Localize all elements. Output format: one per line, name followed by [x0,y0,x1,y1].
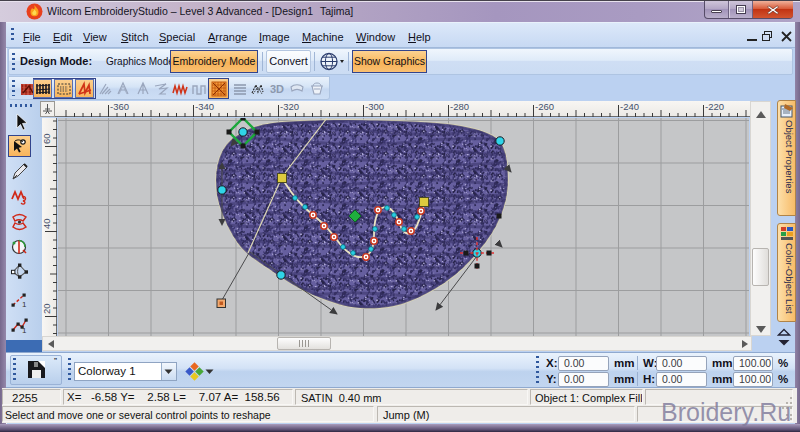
svg-text:-320: -320 [280,101,299,112]
svg-text:-240: -240 [620,101,639,112]
svg-text:-340: -340 [195,101,214,112]
svg-text:40: 40 [42,218,52,229]
svg-text:1: 1 [22,326,27,335]
svg-text:20: 20 [42,303,52,314]
svg-text:-360: -360 [110,101,129,112]
svg-text:-220: -220 [705,101,724,112]
svg-text:1: 1 [22,300,27,309]
svg-text:-280: -280 [450,101,469,112]
svg-text:-300: -300 [365,101,384,112]
svg-text:-260: -260 [535,101,554,112]
svg-text:3D: 3D [270,83,284,95]
svg-text:60: 60 [42,133,52,144]
